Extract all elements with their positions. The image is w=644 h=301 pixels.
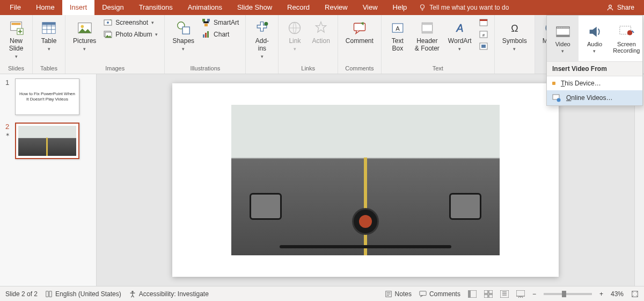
fit-to-window-button[interactable] bbox=[631, 290, 639, 298]
comments-button[interactable]: Comments bbox=[419, 290, 460, 298]
slide-thumbnails-panel: 1 How to Fix PowerPoint When It Doesn't … bbox=[0, 74, 97, 286]
table-label: Table bbox=[41, 38, 57, 45]
group-text-label: Text bbox=[386, 64, 490, 73]
chevron-down-icon: ▾ bbox=[151, 20, 154, 25]
slide-canvas-area[interactable] bbox=[97, 74, 634, 286]
svg-point-50 bbox=[557, 98, 561, 102]
video-icon bbox=[555, 24, 571, 40]
action-icon bbox=[312, 19, 330, 37]
svg-rect-43 bbox=[561, 27, 562, 28]
textbox-button[interactable]: A Text Box bbox=[386, 17, 409, 55]
slideshow-view-button[interactable] bbox=[516, 290, 525, 298]
comments-label: Comments bbox=[429, 290, 460, 298]
thumbnail-2[interactable]: 2 ✶ bbox=[5, 123, 91, 159]
screenshot-button[interactable]: Screenshot ▾ bbox=[101, 17, 160, 28]
slide-number-button[interactable]: # bbox=[477, 29, 490, 40]
date-time-icon bbox=[479, 18, 488, 27]
link-icon bbox=[286, 19, 303, 37]
slide-canvas[interactable] bbox=[172, 83, 559, 277]
zoom-slider[interactable] bbox=[544, 293, 592, 295]
svg-rect-16 bbox=[207, 19, 210, 22]
thumb-1-text: How to Fix PowerPoint When It Doesn't Pl… bbox=[18, 91, 77, 102]
comment-button[interactable]: Comment bbox=[342, 17, 377, 47]
tab-file[interactable]: File bbox=[2, 0, 28, 15]
svg-rect-61 bbox=[516, 290, 525, 296]
book-icon bbox=[45, 290, 53, 298]
group-text: A Text Box Header & Footer A WordArt ▾ bbox=[382, 15, 495, 74]
photo-album-button[interactable]: Photo Album ▾ bbox=[101, 29, 160, 40]
thumb-1-number: 1 bbox=[5, 78, 11, 87]
tab-home[interactable]: Home bbox=[28, 0, 62, 15]
action-label: Action bbox=[312, 38, 330, 45]
audio-button[interactable]: Audio ▾ bbox=[579, 16, 610, 61]
textbox-icon: A bbox=[389, 19, 406, 37]
new-slide-button[interactable]: New Slide ▾ bbox=[4, 17, 28, 61]
smartart-icon bbox=[202, 18, 210, 27]
share-button[interactable]: Share bbox=[599, 4, 642, 11]
table-button[interactable]: Table ▾ bbox=[37, 17, 61, 54]
comment-icon bbox=[351, 19, 368, 37]
tab-slideshow[interactable]: Slide Show bbox=[230, 0, 280, 15]
header-footer-button[interactable]: Header & Footer bbox=[412, 17, 443, 55]
tab-insert[interactable]: Insert bbox=[62, 0, 95, 15]
wordart-button[interactable]: A WordArt ▾ bbox=[445, 17, 475, 54]
share-label: Share bbox=[617, 4, 634, 11]
screen-recording-button[interactable]: Screen Recording bbox=[611, 16, 642, 61]
slide-sorter-view-button[interactable] bbox=[484, 290, 493, 298]
slide-image-placeholder[interactable] bbox=[231, 105, 500, 255]
tell-me-search[interactable]: Tell me what you want to do bbox=[419, 4, 509, 11]
svg-rect-35 bbox=[481, 45, 486, 48]
svg-rect-20 bbox=[207, 31, 209, 38]
svg-text:A: A bbox=[396, 25, 400, 32]
vertical-scrollbar[interactable] bbox=[634, 74, 644, 286]
online-videos-item[interactable]: Online Videos… bbox=[547, 90, 642, 105]
chevron-down-icon: ▾ bbox=[261, 54, 264, 59]
notes-button[interactable]: Notes bbox=[385, 290, 412, 298]
slide-number-icon: # bbox=[479, 30, 488, 39]
link-label: Link bbox=[289, 38, 301, 45]
tab-view[interactable]: View bbox=[355, 0, 385, 15]
addins-icon bbox=[253, 19, 270, 37]
svg-point-1 bbox=[609, 5, 612, 8]
tab-animations[interactable]: Animations bbox=[180, 0, 230, 15]
online-videos-icon bbox=[552, 94, 561, 102]
video-button[interactable]: Video ▾ bbox=[547, 16, 579, 61]
thumb-1-preview[interactable]: How to Fix PowerPoint When It Doesn't Pl… bbox=[15, 78, 79, 115]
tab-transitions[interactable]: Transitions bbox=[131, 0, 180, 15]
pictures-button[interactable]: Pictures ▾ bbox=[70, 17, 99, 54]
svg-rect-3 bbox=[12, 23, 21, 25]
normal-view-button[interactable] bbox=[468, 290, 477, 298]
svg-text:Ω: Ω bbox=[511, 23, 518, 34]
shapes-button[interactable]: Shapes ▾ bbox=[169, 17, 197, 54]
chart-button[interactable]: Chart bbox=[200, 29, 241, 40]
group-links: Link ▾ Action Links bbox=[279, 15, 338, 74]
tab-help[interactable]: Help bbox=[385, 0, 415, 15]
smartart-button[interactable]: SmartArt bbox=[200, 17, 241, 28]
language-button[interactable]: English (United States) bbox=[45, 290, 121, 298]
chevron-down-icon: ▾ bbox=[48, 46, 50, 52]
svg-rect-42 bbox=[559, 27, 560, 28]
addins-button[interactable]: Add- ins ▾ bbox=[250, 17, 274, 61]
zoom-in-button[interactable]: + bbox=[599, 290, 603, 298]
reading-view-button[interactable] bbox=[500, 290, 509, 298]
thumbnail-1[interactable]: 1 How to Fix PowerPoint When It Doesn't … bbox=[5, 78, 91, 115]
screenshot-label: Screenshot bbox=[115, 19, 148, 26]
tab-review[interactable]: Review bbox=[317, 0, 355, 15]
zoom-slider-knob[interactable] bbox=[562, 291, 566, 297]
zoom-out-button[interactable]: − bbox=[532, 290, 536, 298]
this-device-item[interactable]: This Device… bbox=[547, 76, 642, 90]
group-tables-label: Tables bbox=[37, 64, 61, 73]
object-button[interactable] bbox=[477, 41, 490, 52]
date-time-button[interactable] bbox=[477, 17, 490, 28]
accessibility-button[interactable]: Accessibility: Investigate bbox=[129, 290, 209, 298]
group-symbols-label bbox=[499, 70, 530, 73]
thumb-2-preview[interactable] bbox=[15, 123, 79, 159]
lightbulb-icon bbox=[419, 4, 426, 11]
tab-design[interactable]: Design bbox=[94, 0, 131, 15]
chart-label: Chart bbox=[214, 31, 229, 38]
zoom-level[interactable]: 43% bbox=[611, 290, 624, 298]
tab-record[interactable]: Record bbox=[280, 0, 317, 15]
symbols-button[interactable]: Ω Symbols ▾ bbox=[499, 17, 530, 54]
group-comments: Comment Comments bbox=[338, 15, 382, 74]
group-illustrations-label: Illustrations bbox=[169, 64, 241, 73]
